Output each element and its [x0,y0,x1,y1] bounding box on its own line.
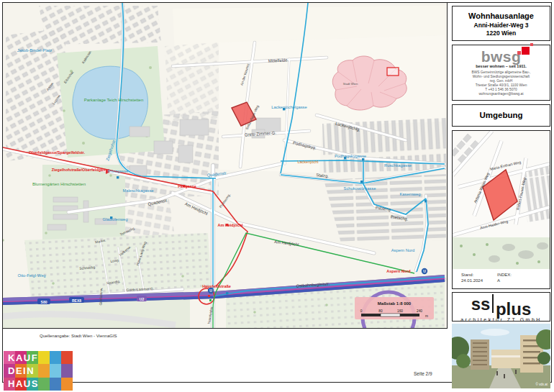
lbl-gladiolen-v: Gladiolenw. [99,287,104,305]
lbl-ruschka: Ruschkagasse [384,163,412,168]
umgebung-heading-box: Umgebung [452,104,550,127]
u-badge-aspern: U [423,269,426,273]
rendering-svg: © vdx.at [452,324,550,388]
kdh-tile [50,364,61,377]
stand-col: Stand: 24.01.2024 [461,273,483,283]
ssplus-logo: ssplus [453,294,550,313]
architect-block: ssplus architektur ZT GmbH [452,292,550,322]
lbl-gladiolen: Gladiolenweg [102,217,127,222]
lbl-maleschka: Maleschkagasse [122,188,153,193]
lbl-schukowitz: Schukowitzgasse [344,186,376,191]
kdh-tile [50,351,61,364]
lbl-blumen: Blumengärten Hirschstetten [32,182,86,186]
render-cloud [481,329,509,336]
scalebar-title: Maßstab 1:8 000 [378,301,412,306]
index-col: INDEX: A [497,273,512,283]
u2-badge: U2 [140,297,145,301]
bwsg-address: BWS Gemeinnützige allgemeine Bau-, Wohn-… [453,70,550,96]
kdh-tile [61,351,73,364]
bwsg-wordmark: bwsg [481,48,522,65]
plan-sheet: Stadt Wien S80 REX8 U2 U U Jakob-Bindel-… [0,0,554,392]
kdh-tile [61,378,73,391]
project-title: Wohnhausanlage [453,12,550,20]
project-city: 1220 Wien [453,29,550,37]
inset-location-marker [387,68,399,76]
bwsg-addr-line: wohnungsanfragen@bwsg.at [453,92,550,96]
rex-badge: REX8 [72,298,81,303]
kdh-tile [38,364,50,377]
lbl-stop-hausfeld: Hausfeldstraße [202,284,231,288]
kdh-tile [38,351,50,364]
title-block: Wohnhausanlage Anni-Haider-Weg 3 1220 Wi… [452,6,550,41]
lbl-stop-ziegelhof: Ziegelhofstraße/Oberfeldgasse [52,168,110,172]
scalebar-t1: 80 [378,309,383,313]
project-address: Anni-Haider-Weg 3 [453,22,550,29]
lbl-kasernweg: Kasernweg [399,192,420,196]
u-badge-hausfeld: U [209,288,212,293]
render-midblock-band [491,355,520,357]
kdh-line: HAUS [8,378,39,391]
bwsg-pixel-icon [522,47,530,55]
kdh-tile [61,364,73,377]
page-number: Seite 2/9 [414,371,432,376]
lbl-prinzg: Prinzgasse [108,169,129,173]
stand-index-row: Stand: 24.01.2024 INDEX: A [453,269,550,290]
lbl-aspern-b: Aspern Nord [391,248,415,252]
index-label: INDEX: [497,273,512,278]
umgebung-map-box: Maria-Emhart-Weg Antonia-Weiss-Weg Rober… [452,130,550,289]
ssplus-bar [492,294,494,313]
main-map-svg: Stadt Wien S80 REX8 U2 U U Jakob-Bindel-… [3,3,447,328]
lbl-stop-heidj: Am Heidjöchl [217,223,243,227]
kdh-wordmark: KAUF DEIN HAUS [8,352,39,391]
kdh-line: KAUF [8,352,39,365]
kaufdeinhaus-logo: KAUF DEIN HAUS [4,351,73,391]
scale-bar: Maßstab 1:8 000 0 80 160 240 m [355,297,434,319]
lbl-park: Parkanlage Teich Hirschstetten [84,98,144,102]
lbl-lackenjg: Lackenjöchelgasse [271,105,306,109]
scalebar-unit: m [425,314,428,318]
bwsg-block: bwsg besser wohnen – seit 1911. BWS Geme… [452,45,550,101]
main-map: Stadt Wien S80 REX8 U2 U U Jakob-Bindel-… [2,2,448,329]
umgebung-heading: Umgebung [453,111,550,119]
lbl-aspern-stn: Aspern Nord [386,269,410,273]
lbl-jakob: Jakob-Bindel-Platz [17,48,52,53]
lbl-stop-oberfeld: Oberfeldgasse/Spargelfeldstr. [29,150,85,155]
kdh-tile [38,378,50,391]
source-note: Quellenangabe: Stadt Wien - ViennaGIS [40,334,117,338]
lbl-podhagskygasse: Podhagskygasse [335,154,366,158]
lbl-ottofeigl: Otto-Feigl-Weg [17,273,45,278]
bwsg-pixel-icon [517,51,521,55]
bwsg-pixel-icon [530,43,533,46]
scalebar-t3: 240 [417,309,422,313]
kdh-line: DEIN [8,365,39,378]
ssplus-plus: plus [496,299,531,319]
scalebar-t2: 160 [397,309,403,313]
stand-value: 24.01.2024 [461,278,483,284]
ssplus-ss: ss [471,294,491,314]
inset-city-label: Stadt Wien [343,82,358,86]
s80-badge: S80 [41,300,47,304]
umgebung-map-svg: Maria-Emhart-Weg Antonia-Weiss-Weg Rober… [453,131,550,269]
render-midblock [491,350,520,368]
stand-label: Stand: [461,273,483,278]
kdh-tile [50,378,61,391]
inset-green [453,237,550,269]
rendering-image: © vdx.at [452,324,550,388]
bwsg-logo: bwsg [481,48,522,65]
scalebar-t0: 0 [360,309,363,313]
render-credit: © vdx.at [535,382,548,386]
lbl-stop-pang: Pangasse [178,184,196,188]
housing-top [39,6,161,45]
index-value: A [497,278,512,284]
lbl-lackenj: Lackenjöchl [297,160,318,164]
render-tree-left2 [456,354,471,368]
render-tree-right2 [537,352,550,365]
